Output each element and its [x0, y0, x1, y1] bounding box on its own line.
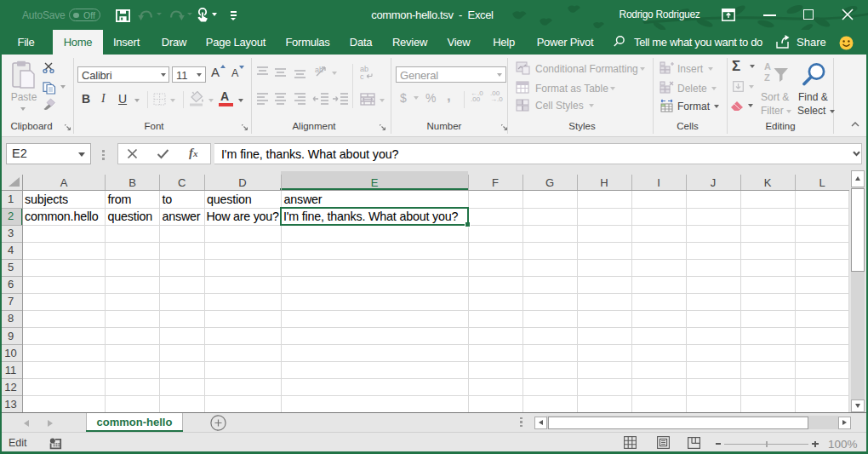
- svg-text:ab: ab: [315, 66, 323, 74]
- svg-text:A: A: [764, 61, 771, 72]
- svg-text:c: c: [360, 72, 364, 80]
- svg-text:Z: Z: [764, 72, 770, 82]
